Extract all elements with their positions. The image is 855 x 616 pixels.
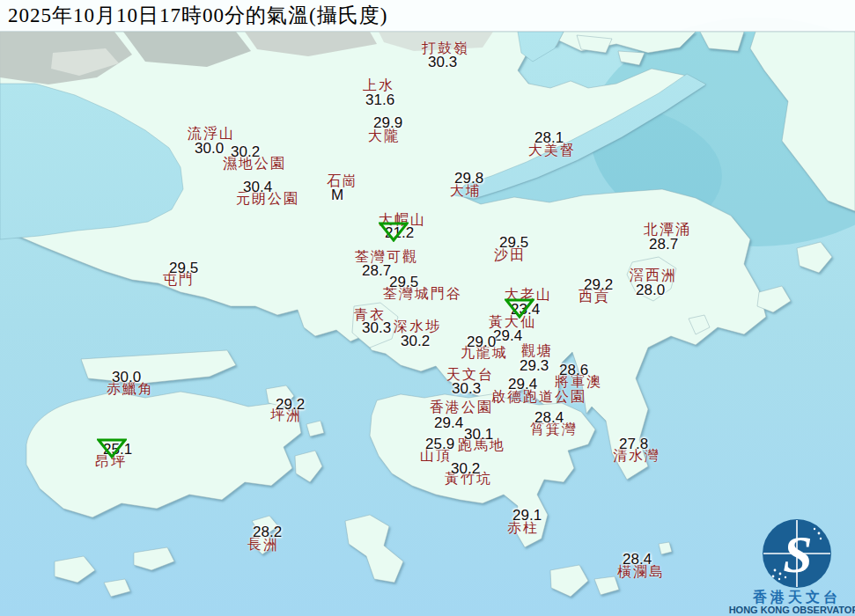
- station-temperature: 29.4: [434, 415, 463, 430]
- station-temperature: 29.5: [499, 235, 528, 250]
- station-temperature: M: [331, 187, 343, 202]
- map-title: 2025年10月10日17時00分的氣溫(攝氏度): [0, 0, 855, 32]
- station-temperature: 29.5: [169, 260, 198, 275]
- station-temperature: 29.5: [389, 275, 418, 290]
- station-name: 上水: [363, 77, 394, 92]
- hko-name-chinese: 香港天文台: [752, 589, 841, 605]
- station-name: 流浮山: [188, 126, 235, 141]
- station-temperature: 29.9: [373, 115, 402, 130]
- station-temperature: 30.1: [464, 427, 493, 442]
- station-temperature: 29.0: [467, 334, 496, 349]
- station-name: 滘西洲: [630, 268, 677, 282]
- station-temperature: 29.4: [508, 377, 537, 392]
- station-temperature: 29.3: [520, 358, 549, 373]
- station-temperature: 28.6: [559, 363, 588, 378]
- station-temperature: 28.0: [636, 282, 665, 297]
- station-name: 北潭涌: [644, 222, 691, 237]
- station-temperature: 29.2: [276, 397, 305, 412]
- station-temperature: 30.4: [243, 180, 272, 194]
- station-temperature: 28.1: [534, 130, 564, 145]
- station-temperature: 27.8: [619, 436, 648, 451]
- station-temperature: 30.3: [428, 55, 457, 70]
- station-temperature: 28.4: [534, 410, 564, 425]
- hko-name-english: HONG KONG OBSERVATORY: [729, 605, 855, 615]
- station-temperature: 30.2: [451, 461, 480, 476]
- station-temperature: 30.3: [362, 320, 391, 335]
- station-temperature: 30.0: [195, 141, 224, 156]
- station-temperature: 29.4: [493, 328, 522, 343]
- station-temperature: 28.2: [253, 524, 282, 539]
- station-temperature: 28.7: [362, 263, 391, 278]
- station-temperature: 31.6: [365, 92, 394, 107]
- station-temperature: 30.0: [112, 370, 141, 385]
- station-temperature: 30.2: [231, 144, 260, 159]
- station-temperature: 25.9: [425, 436, 454, 451]
- station-temperature: 29.8: [454, 171, 483, 186]
- station-name: 觀塘: [521, 343, 553, 358]
- svg-text:S: S: [783, 525, 812, 583]
- station-temperature: 30.2: [401, 334, 430, 348]
- hko-logo: S 香港天文台 HONG KONG OBSERVATORY: [697, 510, 855, 616]
- station-temperature: 28.7: [649, 237, 678, 252]
- station-temperature: 29.2: [584, 277, 613, 292]
- station-temperature: 29.1: [512, 508, 542, 523]
- station-temperature: 30.3: [452, 381, 481, 396]
- station-name: 深水埗: [394, 319, 441, 334]
- falling-temperature-marker-icon: [505, 297, 534, 319]
- temperature-map-page: 2025年10月10日17時00分的氣溫(攝氏度) 打鼓嶺30.3上水31.6大…: [0, 0, 855, 616]
- station-temperature: 28.4: [623, 552, 652, 567]
- station-name: 啟德跑道公園: [491, 389, 586, 404]
- falling-temperature-marker-icon: [97, 437, 127, 458]
- station-name: 香港公園: [430, 400, 493, 414]
- waglan-island: [659, 542, 672, 554]
- falling-temperature-marker-icon: [379, 221, 409, 242]
